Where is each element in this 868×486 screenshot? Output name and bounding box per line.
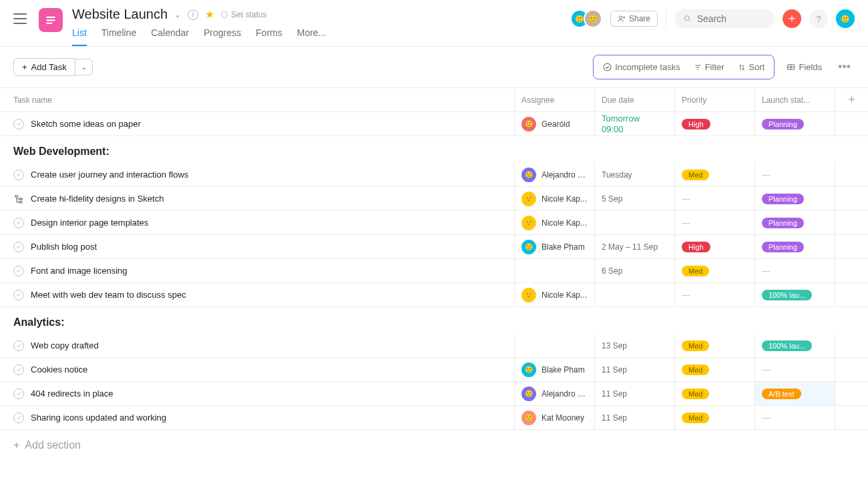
avatar[interactable]: 🙂: [584, 9, 602, 28]
add-task-button[interactable]: + Add Task: [13, 58, 75, 76]
launch-pill[interactable]: Planning: [762, 218, 804, 228]
info-icon[interactable]: i: [188, 9, 198, 20]
launch-pill[interactable]: 100% lau...: [762, 340, 812, 351]
task-table: Task name Assignee Due date Priority Lau…: [0, 88, 868, 461]
priority-pill[interactable]: High: [682, 242, 710, 252]
assignee-name: Alejandro L...: [541, 170, 588, 180]
priority-pill[interactable]: Med: [682, 413, 709, 423]
incomplete-filter[interactable]: Incomplete tasks: [596, 59, 687, 75]
tab-forms[interactable]: Forms: [256, 27, 282, 46]
topbar: Website Launch ⌄ i ★ Set status ListTime…: [0, 0, 868, 47]
launch-pill[interactable]: Planning: [762, 119, 804, 130]
more-icon[interactable]: •••: [834, 60, 855, 74]
col-header-priority[interactable]: Priority: [674, 88, 754, 111]
avatar[interactable]: 🙂: [521, 240, 536, 254]
complete-check-icon[interactable]: [13, 242, 24, 252]
table-row[interactable]: Sketch some ideas on paper 🙂 Gearóid Tom…: [0, 112, 868, 136]
table-row[interactable]: Create user journey and interaction flow…: [0, 163, 868, 187]
complete-check-icon[interactable]: [13, 413, 24, 423]
due-date[interactable]: 11 Sep: [602, 365, 627, 375]
user-avatar[interactable]: 🙂: [836, 9, 855, 28]
member-avatars[interactable]: 🙂 🙂: [576, 9, 602, 28]
table-row[interactable]: Web copy drafted13 SepMed100% lau...: [0, 334, 868, 358]
avatar[interactable]: 🙂: [521, 117, 536, 132]
tab-calendar[interactable]: Calendar: [151, 27, 189, 46]
table-row[interactable]: Meet with web dev team to discuss spec🙂N…: [0, 283, 868, 307]
check-circle-icon: [603, 63, 612, 71]
add-task-dropdown[interactable]: ⌄: [75, 59, 93, 75]
global-add-button[interactable]: +: [783, 9, 801, 28]
priority-pill[interactable]: Med: [682, 266, 709, 276]
avatar[interactable]: 🙂: [521, 288, 536, 302]
complete-check-icon[interactable]: [13, 364, 24, 375]
due-date[interactable]: 13 Sep: [602, 341, 627, 350]
priority-pill[interactable]: Med: [682, 364, 709, 375]
share-label: Share: [629, 14, 650, 23]
table-row[interactable]: Sharing icons updated and working🙂Kat Mo…: [0, 406, 868, 430]
due-date[interactable]: 6 Sep: [602, 266, 622, 276]
search-box[interactable]: [674, 9, 775, 28]
table-row[interactable]: Create hi-fidelity designs in Sketch🙂Nic…: [0, 187, 868, 211]
avatar[interactable]: 🙂: [521, 192, 536, 206]
avatar[interactable]: 🙂: [521, 387, 536, 401]
launch-pill[interactable]: Planning: [762, 194, 804, 204]
sort-button[interactable]: Sort: [731, 59, 772, 75]
due-date[interactable]: 11 Sep: [602, 413, 627, 423]
col-header-launch[interactable]: Launch stat...: [754, 88, 835, 111]
table-row[interactable]: Font and image licensing6 SepMed—: [0, 259, 868, 283]
col-header-due[interactable]: Due date: [594, 88, 674, 111]
table-row[interactable]: 404 redirects in place🙂Alejandro L...11 …: [0, 382, 868, 406]
fields-button[interactable]: Fields: [780, 59, 829, 75]
section-header[interactable]: Web Development:: [0, 136, 868, 163]
help-button[interactable]: ?: [809, 9, 828, 28]
priority-pill[interactable]: Med: [682, 340, 709, 351]
due-date[interactable]: 5 Sep: [602, 194, 622, 204]
avatar[interactable]: 🙂: [521, 411, 536, 425]
project-title[interactable]: Website Launch: [72, 7, 168, 22]
tab-progress[interactable]: Progress: [204, 27, 241, 46]
complete-check-icon[interactable]: [13, 340, 24, 351]
complete-check-icon[interactable]: [13, 218, 24, 228]
filter-button[interactable]: Filter: [687, 59, 731, 75]
add-section-button[interactable]: + Add section: [0, 430, 868, 461]
table-row[interactable]: Design interior page templates🙂Nicole Ka…: [0, 211, 868, 235]
avatar[interactable]: 🙂: [521, 216, 536, 230]
due-date[interactable]: Tuesday: [602, 170, 632, 180]
sort-icon: [738, 63, 746, 71]
star-icon[interactable]: ★: [205, 8, 214, 21]
divider: [666, 9, 666, 28]
task-name: Cookies notice: [31, 364, 87, 375]
due-date[interactable]: Tomorrow09:00: [602, 113, 640, 134]
section-header[interactable]: Analytics:: [0, 307, 868, 334]
svg-rect-2: [46, 23, 52, 24]
share-button[interactable]: Share: [610, 11, 658, 27]
priority-pill[interactable]: Med: [682, 389, 709, 399]
table-row[interactable]: Publish blog post🙂Blake Pham2 May – 11 S…: [0, 235, 868, 259]
launch-pill[interactable]: Planning: [762, 242, 804, 252]
due-date[interactable]: 11 Sep: [602, 389, 627, 399]
search-input[interactable]: [697, 13, 765, 24]
chevron-down-icon[interactable]: ⌄: [174, 10, 181, 19]
tab-list[interactable]: List: [72, 27, 87, 46]
set-status[interactable]: Set status: [221, 10, 266, 19]
table-row[interactable]: Cookies notice🙂Blake Pham11 SepMed—: [0, 358, 868, 382]
complete-check-icon[interactable]: [13, 290, 24, 300]
tab-more[interactable]: More...: [297, 27, 327, 46]
avatar[interactable]: 🙂: [521, 168, 536, 182]
project-icon[interactable]: [39, 8, 63, 32]
avatar[interactable]: 🙂: [521, 362, 536, 377]
col-header-assignee[interactable]: Assignee: [514, 88, 594, 111]
priority-pill[interactable]: High: [682, 119, 710, 130]
tab-timeline[interactable]: Timeline: [101, 27, 136, 46]
launch-pill[interactable]: 100% lau...: [762, 290, 812, 300]
hamburger-icon[interactable]: [13, 12, 27, 25]
complete-check-icon[interactable]: [13, 170, 24, 180]
add-column-button[interactable]: +: [835, 88, 868, 111]
complete-check-icon[interactable]: [13, 266, 24, 276]
due-date[interactable]: 2 May – 11 Sep: [602, 242, 658, 252]
col-header-name[interactable]: Task name: [0, 95, 514, 105]
complete-check-icon[interactable]: [13, 389, 24, 399]
launch-pill[interactable]: A/B test: [762, 389, 801, 399]
priority-pill[interactable]: Med: [682, 170, 709, 180]
complete-check-icon[interactable]: [13, 119, 24, 130]
